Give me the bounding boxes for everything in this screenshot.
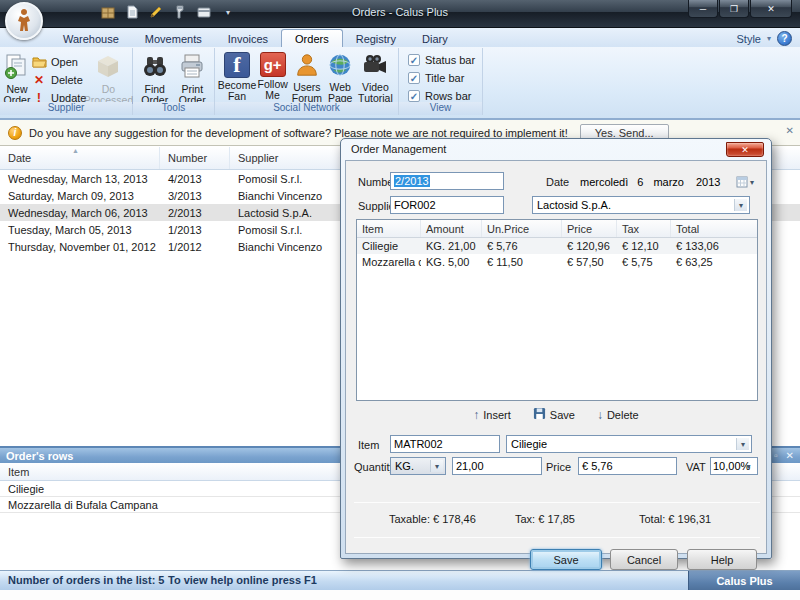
item-name-cell: Mozzarella d... <box>357 256 421 268</box>
supplier-code-input[interactable]: FOR002 <box>390 196 504 214</box>
tab-orders[interactable]: Orders <box>281 29 343 47</box>
ribbon-group-supplier: New Order Open ✕ Delete ! Update <box>0 48 133 115</box>
grid-column-item[interactable]: Item <box>357 220 421 237</box>
dialog-save-button[interactable]: Save <box>530 549 602 570</box>
item-combobox[interactable]: Ciliegie ▾ <box>506 435 752 453</box>
style-dropdown-icon[interactable]: ▾ <box>767 34 771 43</box>
status-bar-checkbox[interactable]: ✓ <box>408 54 420 66</box>
web-page-globe-icon <box>327 52 353 80</box>
tab-warehouse[interactable]: Warehouse <box>50 30 132 47</box>
date-weekday[interactable]: mercoledì <box>580 176 628 188</box>
date-label: Date <box>546 176 569 188</box>
unit-combobox[interactable]: KG. ▾ <box>390 457 446 475</box>
ribbon-group-social: f Become Fan g+ Follow Me Users Forum We… <box>215 48 399 115</box>
close-icon: ✕ <box>767 4 775 14</box>
open-button[interactable]: Open <box>31 54 86 69</box>
title-bar-checkbox-row[interactable]: ✓ Title bar <box>408 70 479 86</box>
delete-button[interactable]: ✕ Delete <box>31 72 86 87</box>
minimize-button[interactable]: ─ <box>688 0 718 18</box>
new-order-button[interactable]: New Order <box>3 50 31 101</box>
item-dropdown-arrow-icon: ▾ <box>736 438 749 450</box>
follow-me-button[interactable]: g+ Follow Me <box>256 50 289 101</box>
notification-close-icon[interactable]: ✕ <box>786 125 794 136</box>
order-number: 1/2012 <box>160 241 230 253</box>
group-label-view: View <box>399 102 482 115</box>
grid-column-price[interactable]: Price <box>562 220 617 237</box>
tab-diary[interactable]: Diary <box>409 30 461 47</box>
item-total-cell: € 133,06 <box>671 240 757 252</box>
dialog-help-button[interactable]: Help <box>687 549 757 570</box>
item-amount-cell: KG. 5,00 <box>421 256 482 268</box>
find-order-button[interactable]: Find Order <box>136 50 174 101</box>
vat-dropdown-arrow-icon: ▾ <box>742 460 755 472</box>
quantity-input[interactable]: 21,00 <box>452 457 542 475</box>
ribbon-tab-row: Warehouse Movements Invoices Orders Regi… <box>0 28 800 47</box>
item-name-cell: Ciliegie <box>357 240 421 252</box>
item-row[interactable]: Mozzarella d... KG. 5,00 € 11,50 € 57,50… <box>357 254 757 270</box>
do-processed-button[interactable]: Do Processed <box>86 50 130 101</box>
panel-close-icon[interactable]: ✕ <box>786 450 794 461</box>
find-order-binoculars-icon <box>141 52 169 82</box>
minimize-icon: ─ <box>700 4 706 14</box>
window-bottom-frame <box>0 590 800 600</box>
print-order-button[interactable]: Print Order <box>174 50 212 101</box>
price-input[interactable]: € 5,76 <box>578 457 677 475</box>
grid-column-unprice[interactable]: Un.Price <box>482 220 562 237</box>
date-calendar-dropdown-button[interactable]: ▾ <box>732 174 758 191</box>
save-row-label: Save <box>550 409 575 421</box>
orders-count-status: Number of orders in the list: 5 <box>8 574 164 586</box>
rows-bar-checkbox[interactable]: ✓ <box>408 90 420 102</box>
tab-registry[interactable]: Registry <box>343 30 409 47</box>
help-hint-status: To view help online press F1 <box>168 574 317 586</box>
date-year[interactable]: 2013 <box>696 176 720 188</box>
save-row-button[interactable]: Save <box>533 407 575 422</box>
delete-row-button[interactable]: ↓ Delete <box>597 407 639 422</box>
style-menu[interactable]: Style <box>737 33 761 45</box>
delete-row-label: Delete <box>607 409 639 421</box>
date-month[interactable]: marzo <box>653 176 684 188</box>
become-fan-label: Become Fan <box>218 80 257 102</box>
column-header-number[interactable]: Number <box>160 147 230 169</box>
video-tutorial-button[interactable]: Video Tutorial <box>356 50 395 101</box>
grid-column-total[interactable]: Total <box>671 220 757 237</box>
column-header-date[interactable]: Date <box>0 147 160 169</box>
users-forum-button[interactable]: Users Forum <box>289 50 324 101</box>
status-bar-checkbox-row[interactable]: ✓ Status bar <box>408 52 479 68</box>
users-forum-person-icon <box>294 52 320 80</box>
date-day[interactable]: 6 <box>637 176 643 188</box>
tab-invoices[interactable]: Invoices <box>215 30 281 47</box>
do-processed-box-icon <box>94 52 122 82</box>
vat-label: VAT <box>686 461 706 473</box>
order-date: Thursday, November 01, 2012 <box>0 241 160 253</box>
vat-combobox[interactable]: 10,00% ▾ <box>710 457 758 475</box>
order-number: 1/2013 <box>160 224 230 236</box>
item-price-cell: € 57,50 <box>562 256 617 268</box>
maximize-button[interactable]: ❐ <box>719 0 749 18</box>
open-folder-icon <box>31 54 47 69</box>
application-menu-button[interactable] <box>5 2 43 40</box>
date-picker-field[interactable]: mercoledì 6 marzo 2013 <box>580 173 794 191</box>
delete-label: Delete <box>51 74 83 86</box>
help-icon[interactable]: ? <box>777 31 792 46</box>
close-button[interactable]: ✕ <box>750 0 792 18</box>
totals-separator <box>354 502 760 503</box>
new-order-icon <box>3 52 31 82</box>
dialog-close-button[interactable]: ✕ <box>726 142 764 157</box>
tab-movements[interactable]: Movements <box>132 30 215 47</box>
title-bar-checkbox[interactable]: ✓ <box>408 72 420 84</box>
become-fan-button[interactable]: f Become Fan <box>218 50 256 101</box>
item-amount-cell: KG. 21,00 <box>421 240 482 252</box>
number-input[interactable]: 2/2013 <box>390 172 504 190</box>
insert-row-button[interactable]: ↑ Insert <box>473 407 511 422</box>
calendar-icon <box>736 176 748 190</box>
taxable-total: Taxable: € 178,46 <box>389 513 476 525</box>
grid-column-tax[interactable]: Tax <box>617 220 671 237</box>
number-value: 2/2013 <box>394 175 430 187</box>
dialog-cancel-button[interactable]: Cancel <box>610 549 678 570</box>
item-row[interactable]: Ciliegie KG. 21,00 € 5,76 € 120,96 € 12,… <box>357 238 757 254</box>
supplier-combobox[interactable]: Lactosid S.p.A. ▾ <box>532 196 750 214</box>
web-page-button[interactable]: Web Page <box>325 50 356 101</box>
item-code-input[interactable]: MATR002 <box>390 435 500 453</box>
pin-icon[interactable]: ▫ <box>774 450 778 461</box>
grid-column-amount[interactable]: Amount <box>421 220 482 237</box>
